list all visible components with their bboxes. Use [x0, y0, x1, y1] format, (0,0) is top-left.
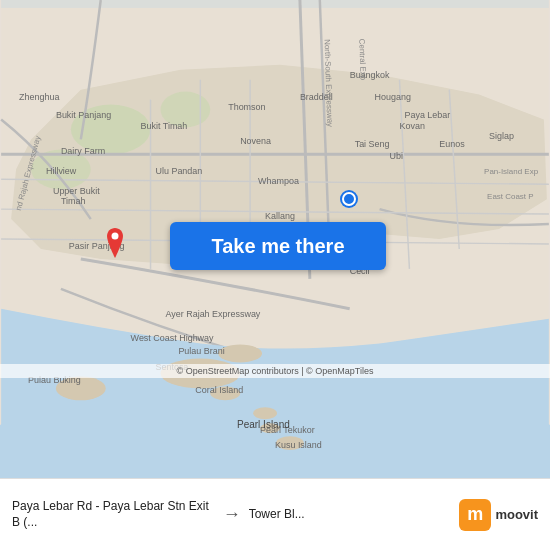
map-container: Zhenghua Bukit Panjang Dairy Farm Hillvi… [0, 0, 550, 478]
take-me-there-button[interactable]: Take me there [170, 222, 386, 270]
svg-point-62 [112, 233, 119, 240]
svg-text:Pan-Island Exp: Pan-Island Exp [484, 167, 539, 176]
svg-text:Whampoa: Whampoa [258, 176, 299, 186]
moovit-logo: m moovit [459, 499, 538, 531]
moovit-text: moovit [495, 507, 538, 522]
svg-text:Kallang: Kallang [265, 211, 295, 221]
svg-text:Hillview: Hillview [46, 166, 77, 176]
svg-text:Timah: Timah [61, 196, 86, 206]
svg-text:Bukit Panjang: Bukit Panjang [56, 110, 111, 120]
location-pin [103, 228, 127, 258]
destination-dot [342, 192, 356, 206]
svg-text:Pulau Brani: Pulau Brani [178, 346, 224, 356]
route-to-value: Tower Bl... [249, 507, 452, 523]
svg-text:Tai Seng: Tai Seng [355, 139, 390, 149]
svg-text:Hougang: Hougang [375, 92, 411, 102]
map-attribution: © OpenStreetMap contributors | © OpenMap… [0, 364, 550, 378]
svg-text:Paya Lebar: Paya Lebar [404, 110, 450, 120]
svg-text:Buangkok: Buangkok [350, 70, 390, 80]
route-arrow-icon: → [223, 504, 241, 525]
svg-text:Ayer Rajah Expressway: Ayer Rajah Expressway [165, 309, 260, 319]
svg-text:West Coast Highway: West Coast Highway [131, 333, 214, 343]
svg-text:Ulu Pandan: Ulu Pandan [156, 166, 203, 176]
svg-text:Zhenghua: Zhenghua [19, 92, 59, 102]
app: Zhenghua Bukit Panjang Dairy Farm Hillvi… [0, 0, 550, 550]
route-from-value: Paya Lebar Rd - Paya Lebar Stn Exit B (.… [12, 499, 215, 530]
moovit-icon: m [459, 499, 491, 531]
pearl-island-label: Pearl Island [237, 419, 290, 430]
bottom-bar: Paya Lebar Rd - Paya Lebar Stn Exit B (.… [0, 478, 550, 550]
svg-text:Central Exp: Central Exp [357, 38, 367, 80]
route-from: Paya Lebar Rd - Paya Lebar Stn Exit B (.… [12, 499, 215, 530]
svg-text:Thomson: Thomson [228, 102, 265, 112]
svg-text:Coral Island: Coral Island [195, 385, 243, 395]
svg-text:Siglap: Siglap [489, 131, 514, 141]
svg-text:East Coast P: East Coast P [487, 192, 533, 201]
svg-text:Dairy Farm: Dairy Farm [61, 146, 105, 156]
svg-text:Eunos: Eunos [439, 139, 465, 149]
svg-point-21 [253, 407, 277, 419]
svg-point-19 [218, 345, 262, 363]
svg-rect-2 [1, 0, 549, 8]
route-to: Tower Bl... [249, 507, 452, 523]
svg-text:Novena: Novena [240, 136, 271, 146]
svg-text:Bukit Timah: Bukit Timah [141, 121, 188, 131]
svg-text:Ubi: Ubi [390, 151, 403, 161]
svg-text:Upper Bukit: Upper Bukit [53, 186, 100, 196]
svg-text:Kovan: Kovan [399, 121, 424, 131]
svg-text:Kusu Island: Kusu Island [275, 440, 322, 450]
